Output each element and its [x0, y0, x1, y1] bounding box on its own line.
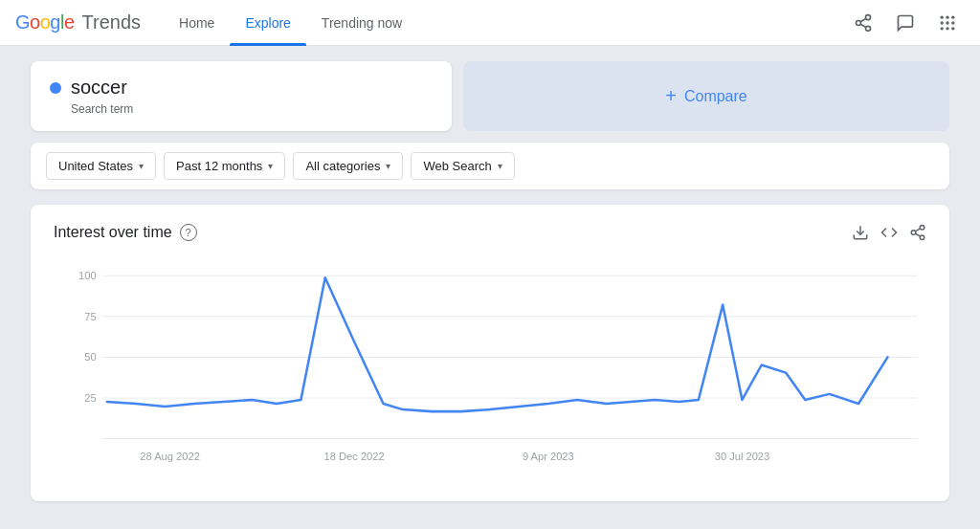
svg-point-11 [941, 27, 944, 30]
compare-plus-icon: + [665, 85, 677, 107]
help-icon[interactable]: ? [180, 224, 197, 241]
search-term-box: soccer Search term [31, 61, 452, 131]
search-type-label: Web Search [423, 159, 491, 173]
share-chart-icon [909, 224, 926, 241]
svg-point-6 [946, 15, 948, 18]
svg-line-3 [860, 24, 866, 27]
google-logo: Google [15, 11, 75, 33]
trend-line [107, 277, 888, 411]
interest-over-time-section: Interest over time ? [31, 205, 949, 501]
svg-line-18 [915, 233, 920, 236]
svg-point-16 [911, 231, 916, 235]
svg-point-0 [866, 14, 871, 19]
period-filter[interactable]: Past 12 months ▾ [164, 152, 285, 180]
apps-button[interactable] [930, 6, 965, 40]
region-filter[interactable]: United States ▾ [46, 152, 156, 180]
region-chevron-icon: ▾ [139, 161, 144, 171]
nav-trending[interactable]: Trending now [306, 0, 417, 46]
main-content: soccer Search term + Compare United Stat… [0, 46, 980, 517]
search-type-filter[interactable]: Web Search ▾ [411, 152, 514, 180]
search-term: soccer [71, 77, 127, 99]
main-nav: Home Explore Trending now [164, 0, 846, 46]
period-chevron-icon: ▾ [268, 161, 273, 171]
svg-point-12 [946, 27, 948, 30]
app-header: Google Trends Home Explore Trending now [0, 0, 980, 46]
svg-point-17 [920, 235, 924, 240]
x-label-apr23: 9 Apr 2023 [523, 451, 574, 462]
svg-point-10 [951, 21, 954, 24]
share-chart-button[interactable] [909, 224, 926, 241]
chart-container: 100 75 50 25 28 Aug 2022 18 Dec 2022 9 A… [54, 256, 926, 482]
trends-wordmark: Trends [82, 11, 142, 33]
svg-line-4 [860, 18, 866, 21]
svg-line-19 [915, 229, 920, 231]
logo: Google Trends [15, 11, 141, 33]
header-actions [846, 6, 965, 40]
feedback-icon [896, 13, 915, 33]
share-icon [854, 13, 873, 33]
nav-home[interactable]: Home [164, 0, 230, 46]
compare-box[interactable]: + Compare [463, 61, 949, 131]
apps-grid-icon [938, 13, 957, 33]
y-label-25: 25 [84, 392, 96, 404]
chart-title: Interest over time [54, 224, 172, 241]
category-label: All categories [305, 159, 380, 173]
period-label: Past 12 months [176, 159, 262, 173]
svg-point-8 [941, 21, 944, 24]
filters-row: United States ▾ Past 12 months ▾ All cat… [31, 143, 949, 189]
category-chevron-icon: ▾ [386, 161, 390, 171]
svg-point-2 [866, 26, 871, 31]
compare-label: Compare [684, 88, 747, 105]
search-type: Search term [71, 102, 433, 116]
embed-icon [880, 224, 898, 241]
share-button[interactable] [846, 6, 880, 40]
y-label-75: 75 [84, 311, 96, 322]
nav-explore[interactable]: Explore [230, 0, 305, 46]
y-label-100: 100 [78, 270, 97, 281]
region-label: United States [58, 159, 133, 173]
svg-point-13 [951, 27, 954, 30]
svg-point-1 [857, 20, 861, 25]
chart-title-row: Interest over time ? [54, 224, 197, 241]
search-dot [50, 82, 61, 94]
svg-point-9 [946, 21, 948, 24]
search-type-chevron-icon: ▾ [498, 161, 502, 171]
category-filter[interactable]: All categories ▾ [293, 152, 403, 180]
embed-chart-button[interactable] [880, 224, 898, 241]
x-label-jul23: 30 Jul 2023 [715, 451, 770, 462]
x-label-aug22: 28 Aug 2022 [140, 451, 200, 462]
svg-point-15 [920, 226, 924, 231]
chart-actions [852, 224, 926, 241]
svg-point-5 [941, 15, 944, 18]
y-label-50: 50 [84, 351, 96, 363]
search-area: soccer Search term + Compare [31, 61, 949, 131]
svg-point-7 [951, 15, 954, 18]
download-icon [852, 224, 869, 241]
chart-header: Interest over time ? [54, 224, 926, 241]
trend-chart: 100 75 50 25 28 Aug 2022 18 Dec 2022 9 A… [54, 256, 926, 479]
download-chart-button[interactable] [852, 224, 869, 241]
feedback-button[interactable] [888, 6, 923, 40]
x-label-dec22: 18 Dec 2022 [324, 451, 385, 462]
search-term-row: soccer [50, 77, 433, 99]
